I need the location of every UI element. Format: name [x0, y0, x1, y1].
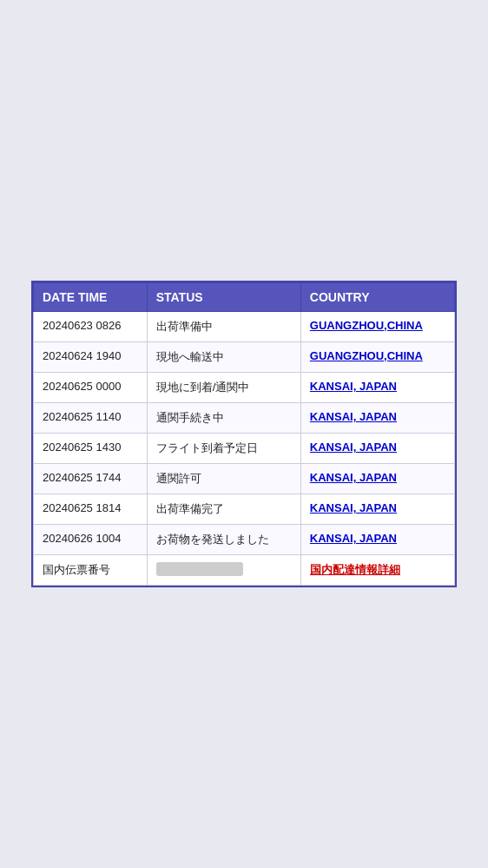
- table-row: 20240625 0000現地に到着/通関中KANSAI, JAPAN: [34, 373, 455, 403]
- cell-datetime: 20240626 1004: [34, 525, 148, 555]
- table-row: 20240624 1940現地へ輸送中GUANGZHOU,CHINA: [34, 342, 455, 373]
- cell-datetime: 20240625 1814: [34, 494, 148, 525]
- cell-datetime: 20240625 0000: [34, 373, 148, 403]
- country-link[interactable]: KANSAI, JAPAN: [310, 441, 397, 454]
- cell-datetime: 20240624 1940: [34, 342, 148, 373]
- table-footer-row: 国内伝票番号___________国内配達情報詳細: [34, 555, 455, 586]
- cell-country[interactable]: GUANGZHOU,CHINA: [300, 342, 454, 373]
- country-link[interactable]: GUANGZHOU,CHINA: [310, 349, 423, 362]
- cell-status: 現地に到着/通関中: [147, 373, 300, 403]
- domestic-delivery-link[interactable]: 国内配達情報詳細: [310, 563, 400, 576]
- table-row: 20240626 1004お荷物を発送しましたKANSAI, JAPAN: [34, 525, 455, 555]
- footer-label: 国内伝票番号: [34, 555, 148, 586]
- cell-country[interactable]: KANSAI, JAPAN: [300, 494, 454, 525]
- blurred-number: ___________: [156, 562, 243, 576]
- cell-country[interactable]: KANSAI, JAPAN: [300, 525, 454, 555]
- table-header-row: DATE TIME STATUS COUNTRY: [34, 283, 455, 312]
- table-row: 20240625 1430フライト到着予定日KANSAI, JAPAN: [34, 434, 455, 464]
- country-link[interactable]: KANSAI, JAPAN: [310, 410, 397, 423]
- footer-country-cell[interactable]: 国内配達情報詳細: [300, 555, 454, 586]
- country-link[interactable]: GUANGZHOU,CHINA: [310, 319, 423, 332]
- cell-status: フライト到着予定日: [147, 434, 300, 464]
- header-status: STATUS: [147, 283, 300, 312]
- cell-country[interactable]: KANSAI, JAPAN: [300, 434, 454, 464]
- cell-datetime: 20240623 0826: [34, 312, 148, 342]
- country-link[interactable]: KANSAI, JAPAN: [310, 380, 397, 393]
- cell-status: 現地へ輸送中: [147, 342, 300, 373]
- header-datetime: DATE TIME: [34, 283, 148, 312]
- cell-country[interactable]: KANSAI, JAPAN: [300, 373, 454, 403]
- tracking-table-container: DATE TIME STATUS COUNTRY 20240623 0826出荷…: [31, 281, 457, 587]
- country-link[interactable]: KANSAI, JAPAN: [310, 501, 397, 514]
- cell-status: お荷物を発送しました: [147, 525, 300, 555]
- cell-status: 通関手続き中: [147, 403, 300, 434]
- tracking-table: DATE TIME STATUS COUNTRY 20240623 0826出荷…: [33, 282, 455, 586]
- cell-datetime: 20240625 1744: [34, 464, 148, 494]
- header-country: COUNTRY: [300, 283, 454, 312]
- cell-country[interactable]: KANSAI, JAPAN: [300, 403, 454, 434]
- cell-status: 出荷準備完了: [147, 494, 300, 525]
- cell-country[interactable]: KANSAI, JAPAN: [300, 464, 454, 494]
- table-row: 20240625 1814出荷準備完了KANSAI, JAPAN: [34, 494, 455, 525]
- cell-datetime: 20240625 1430: [34, 434, 148, 464]
- cell-datetime: 20240625 1140: [34, 403, 148, 434]
- footer-tracking-number: ___________: [147, 555, 300, 586]
- table-row: 20240625 1140通関手続き中KANSAI, JAPAN: [34, 403, 455, 434]
- table-row: 20240625 1744通関許可KANSAI, JAPAN: [34, 464, 455, 494]
- cell-status: 出荷準備中: [147, 312, 300, 342]
- country-link[interactable]: KANSAI, JAPAN: [310, 471, 397, 484]
- table-row: 20240623 0826出荷準備中GUANGZHOU,CHINA: [34, 312, 455, 342]
- cell-country[interactable]: GUANGZHOU,CHINA: [300, 312, 454, 342]
- country-link[interactable]: KANSAI, JAPAN: [310, 532, 397, 545]
- cell-status: 通関許可: [147, 464, 300, 494]
